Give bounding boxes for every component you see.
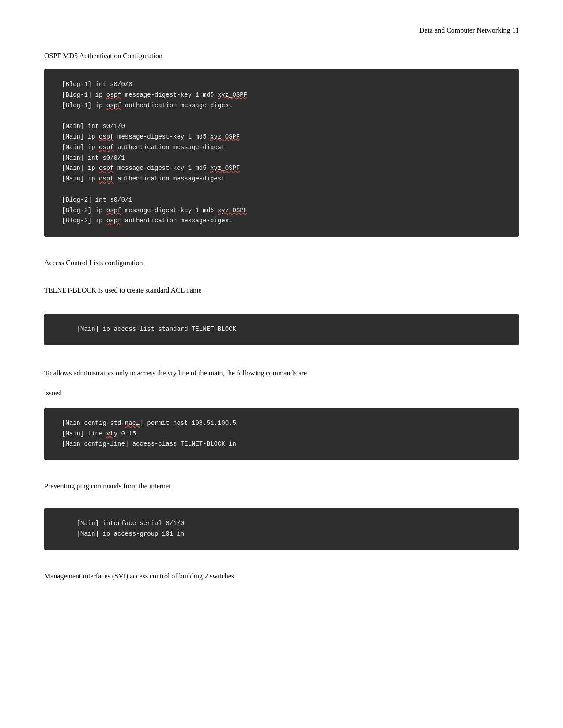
ping-heading: Preventing ping commands from the intern… [44,482,519,490]
ospf-heading: OSPF MD5 Authentication Configuration [44,52,519,60]
ping-code-block: [Main] interface serial 0/1/0 [Main] ip … [44,508,519,550]
acl-heading: Access Control Lists configuration [44,259,519,267]
vty-code-block: [Main config-std-nacl] permit host 198.5… [44,408,519,460]
ospf-code-block: [Bldg-1] int s0/0/0 [Bldg-1] ip ospf mes… [44,69,519,237]
svi-heading: Management interfaces (SVI) access contr… [44,572,519,580]
page-header: Data and Computer Networking 11 [44,26,519,34]
vty-access-text-1: To allows administrators only to access … [44,368,519,379]
page-title: Data and Computer Networking 11 [419,26,519,34]
telnet-block-intro: TELNET-BLOCK is used to create standard … [44,285,519,296]
vty-access-text-2: issued [44,387,519,399]
telnet-code-block: [Main] ip access-list standard TELNET-BL… [44,314,519,345]
